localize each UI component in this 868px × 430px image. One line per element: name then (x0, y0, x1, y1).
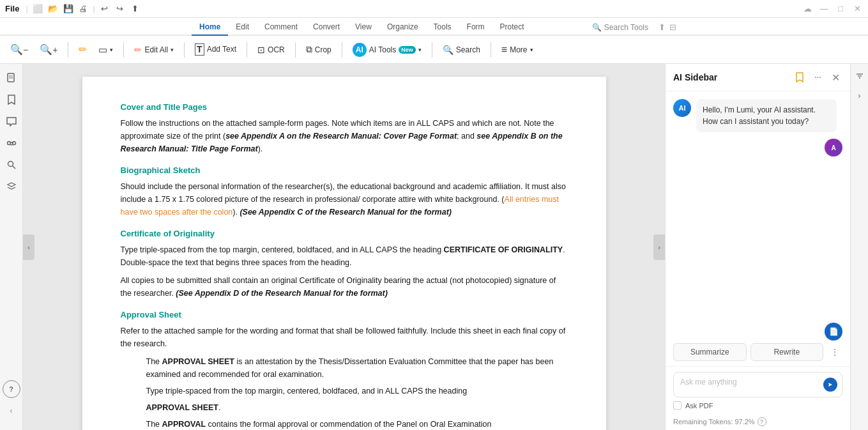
edit-all-button[interactable]: ✏ Edit All ▾ (129, 42, 179, 58)
ocr-button[interactable]: ⊡ OCR (252, 42, 290, 58)
tab-protect[interactable]: Protect (492, 19, 532, 36)
approval-indent-1: The APPROVAL SHEET is an attestation by … (146, 355, 568, 381)
highlight-icon: ✏ (79, 43, 87, 56)
search-tools[interactable]: 🔍 Search Tools (592, 23, 648, 32)
sidebar-item-pages[interactable] (3, 69, 20, 87)
rectangle-dropdown-icon: ▾ (110, 47, 113, 53)
file-menu[interactable]: File (5, 4, 19, 13)
action-more-button[interactable]: ⋮ (827, 344, 842, 360)
crop-button[interactable]: ⧉ Crop (301, 41, 337, 58)
sidebar-item-links[interactable] (3, 134, 20, 152)
toolbar-sep-3 (184, 42, 185, 58)
ask-pdf-checkbox[interactable] (673, 401, 681, 410)
sidebar-item-search[interactable] (3, 156, 20, 174)
search-button[interactable]: 🔍 Search (438, 42, 485, 58)
ai-sidebar-more-icon[interactable]: ··· (811, 70, 825, 84)
rewrite-button[interactable]: Rewrite (750, 343, 824, 361)
more-button[interactable]: ≡ More ▾ (496, 41, 538, 59)
edit-all-dropdown-icon: ▾ (171, 47, 174, 53)
minus-sign: − (23, 45, 28, 55)
save-icon[interactable]: 💾 (63, 3, 74, 15)
ai-sidebar-close-icon[interactable]: ✕ (828, 70, 842, 84)
sidebar-collapse-icon[interactable]: ‹ (3, 402, 20, 420)
search-tools-label: Search Tools (604, 23, 648, 32)
close-icon[interactable]: ✕ (851, 3, 863, 15)
window-restore-icon[interactable]: ⊟ (669, 22, 676, 32)
svg-point-3 (7, 142, 10, 145)
cloud-upload-icon[interactable]: ⬆ (659, 22, 666, 32)
sep: | (93, 4, 95, 13)
ai-input-wrapper: Ask me anything (673, 372, 842, 397)
zoom-in-button[interactable]: 🔍 + (34, 40, 63, 59)
cloud-icon[interactable]: ☁ (802, 3, 813, 15)
tab-view[interactable]: View (347, 19, 379, 36)
undo-icon[interactable]: ↩ (99, 3, 110, 15)
ocr-label: OCR (268, 45, 285, 54)
tab-convert[interactable]: Convert (305, 19, 347, 36)
ai-sidebar-header-icons: ··· ✕ (793, 70, 842, 84)
ai-alt-avatar: A (825, 139, 842, 157)
ai-input-box[interactable]: Ask me anything (673, 372, 842, 397)
section-heading-approval: Approval Sheet (121, 310, 568, 319)
sidebar-bottom: ? ‹ (3, 380, 20, 425)
upload-icon[interactable]: ⬆ (130, 3, 141, 15)
tab-form[interactable]: Form (459, 19, 492, 36)
ai-sidebar-bookmark-icon[interactable] (793, 70, 807, 84)
svg-point-5 (8, 162, 13, 167)
add-text-button[interactable]: T Add Text (190, 40, 241, 59)
redo-icon[interactable]: ↪ (114, 3, 126, 15)
page-nav-left[interactable]: ‹ (23, 234, 34, 260)
rectangle-button[interactable]: ▭ ▾ (93, 41, 118, 59)
more-label: More (510, 45, 527, 54)
ai-tools-icon: AI (353, 43, 367, 57)
toolbar-sep-8 (491, 42, 491, 58)
ai-tokens-help-icon[interactable]: ? (758, 417, 766, 426)
cert-paragraph-2: All copies to be submitted shall contain… (121, 274, 568, 300)
ai-tools-button[interactable]: AI AI Tools New ▾ (347, 40, 427, 60)
right-filter-icon[interactable] (853, 69, 867, 83)
ai-sidebar-header: AI Sidebar ··· ✕ (666, 64, 850, 91)
zoom-in-icon: 🔍 (40, 43, 52, 56)
approval-indent-3: APPROVAL SHEET. (146, 401, 568, 414)
sidebar-item-layers[interactable] (3, 178, 20, 196)
tab-edit[interactable]: Edit (228, 19, 257, 36)
title-bar: File | ⬜ 📂 💾 🖨 | ↩ ↪ ⬆ ☁ — □ ✕ (0, 0, 868, 18)
right-expand-icon[interactable]: › (853, 88, 867, 102)
title-sep: | (26, 4, 27, 13)
approval-indent-2: Type triple-spaced from the top margin, … (146, 385, 568, 397)
plus-sign: + (52, 45, 57, 55)
maximize-icon[interactable]: □ (835, 3, 846, 15)
zoom-out-button[interactable]: 🔍 − (5, 40, 33, 59)
summarize-button[interactable]: Summarize (673, 343, 747, 361)
minimize-icon[interactable]: — (818, 3, 830, 15)
sidebar-item-bookmark[interactable] (3, 91, 20, 109)
tab-tools[interactable]: Tools (426, 19, 459, 36)
toolbar-sep-2 (123, 42, 124, 58)
ai-send-button[interactable] (823, 378, 837, 392)
page-nav-right[interactable]: › (653, 234, 665, 260)
ai-input-area: Ask me anything Ask PDF (666, 366, 850, 415)
toolbar: 🔍 − 🔍 + ✏ ▭ ▾ ✏ Edit All ▾ T Add Text ⊡ … (0, 36, 868, 64)
ai-sidebar: AI Sidebar ··· ✕ AI Hello, I'm Lumi, you… (665, 64, 850, 430)
tab-organize[interactable]: Organize (379, 19, 426, 36)
toolbar-sep-6 (342, 42, 342, 58)
new-icon[interactable]: ⬜ (32, 3, 43, 15)
svg-point-4 (12, 142, 15, 145)
tab-right: 🔍 Search Tools ⬆ ⊟ (592, 22, 676, 35)
print-icon[interactable]: 🖨 (78, 3, 89, 15)
document-area[interactable]: ‹ Cover and Title Pages Follow the instr… (23, 64, 665, 430)
cover-paragraph-1: Follow the instructions on the attached … (121, 117, 568, 155)
main-layout: ? ‹ ‹ Cover and Title Pages Follow the i… (0, 64, 868, 430)
sidebar-help-icon[interactable]: ? (3, 380, 20, 398)
sidebar-item-comments[interactable] (3, 112, 20, 130)
open-icon[interactable]: 📂 (47, 3, 59, 15)
more-dropdown-icon: ▾ (530, 47, 533, 53)
tab-home[interactable]: Home (192, 19, 228, 36)
zoom-out-icon: 🔍 (10, 43, 23, 56)
doc-circle-button[interactable]: 📄 (825, 323, 842, 341)
highlight-button[interactable]: ✏ (73, 40, 92, 59)
ai-lumi-message: AI Hello, I'm Lumi, your AI assistant. H… (673, 99, 842, 132)
tab-comment[interactable]: Comment (257, 19, 305, 36)
approval-paragraph-1: Refer to the attached sample for the wor… (121, 325, 568, 350)
approval-indent-4: The APPROVAL contains the formal approva… (146, 418, 568, 430)
